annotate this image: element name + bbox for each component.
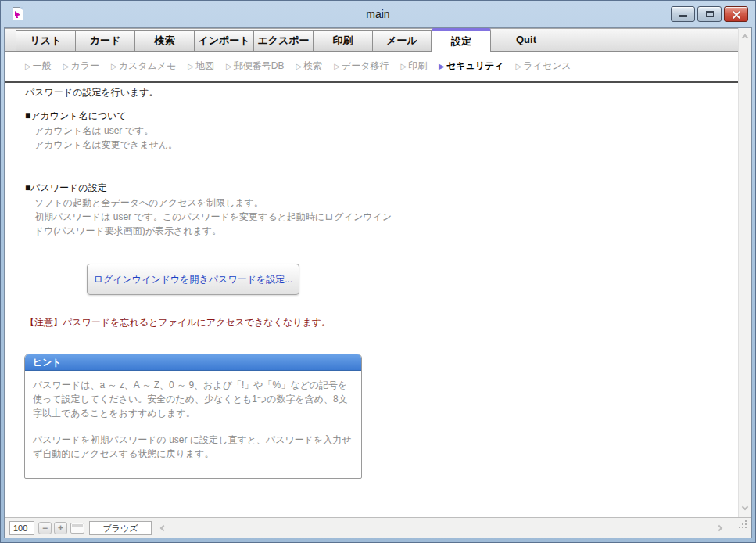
account-line: アカウント名は user です。 (34, 124, 153, 138)
subnav-zipcode-db[interactable]: ▷郵便番号DB (226, 59, 284, 73)
tab-mail[interactable]: メール (372, 30, 432, 51)
scroll-up-button[interactable] (739, 30, 752, 44)
window-title: main (1, 8, 755, 20)
triangle-right-icon: ▷ (296, 62, 302, 70)
triangle-right-icon: ▷ (400, 62, 407, 70)
subnav-color[interactable]: ▷カラー (63, 59, 99, 73)
chevron-right-icon[interactable] (716, 525, 722, 531)
subnav-general[interactable]: ▷一般 (25, 59, 52, 73)
hint-box: ヒント パスワードは、a ～ z、A ～ Z、0 ～ 9、および「!」や「%」な… (24, 354, 362, 479)
chevron-left-icon[interactable] (160, 525, 167, 531)
triangle-right-icon: ▷ (226, 62, 232, 70)
triangle-right-icon: ▷ (25, 62, 31, 70)
password-section-heading: ■パスワードの設定 (25, 182, 107, 195)
zoom-level-field[interactable]: 100 (9, 521, 34, 535)
triangle-right-filled-icon: ▶ (439, 62, 445, 70)
tab-settings[interactable]: 設定 (432, 28, 491, 52)
tab-print[interactable]: 印刷 (313, 30, 372, 51)
minimize-icon (679, 15, 687, 17)
open-login-window-button[interactable]: ログインウインドウを開きパスワードを設定... (87, 264, 299, 295)
document-frame: リスト カード 検索 インポート エクスポート 印刷 メール 設定 Quit ▷… (4, 27, 752, 538)
password-line: ドウ(パスワード要求画面)が表示されます。 (34, 224, 221, 238)
hint-paragraph: パスワードは、a ～ z、A ～ Z、0 ～ 9、および「!」や「%」などの記号… (33, 378, 353, 420)
triangle-right-icon: ▷ (63, 62, 70, 70)
minimize-button[interactable] (671, 6, 695, 22)
maximize-icon (706, 11, 714, 17)
account-section-heading: ■アカウント名について (25, 110, 127, 123)
status-toolbar: 100 − + ブラウズ (5, 517, 751, 538)
triangle-right-icon: ▷ (188, 62, 194, 70)
hint-box-title: ヒント (25, 354, 361, 371)
maximize-button[interactable] (697, 6, 722, 22)
scroll-down-button[interactable] (739, 502, 752, 516)
triangle-right-icon: ▷ (516, 62, 522, 70)
account-line: アカウント名は変更できません。 (34, 138, 177, 152)
subnav-print[interactable]: ▷印刷 (400, 59, 427, 73)
chevron-up-icon (742, 34, 748, 41)
tab-import[interactable]: インポート (194, 30, 253, 51)
password-line: ソフトの起動と全データへのアクセスを制限します。 (34, 196, 263, 210)
tab-list[interactable]: リスト (16, 30, 75, 51)
tab-card[interactable]: カード (75, 30, 134, 51)
tab-search[interactable]: 検索 (134, 30, 194, 51)
titlebar[interactable]: main (1, 1, 755, 27)
vertical-scrollbar[interactable] (738, 28, 751, 517)
subnav-search[interactable]: ▷検索 (296, 59, 322, 73)
warning-text: 【注意】パスワードを忘れるとファイルにアクセスできなくなります。 (25, 316, 331, 329)
subnav-map[interactable]: ▷地図 (188, 59, 214, 73)
hint-box-body: パスワードは、a ～ z、A ～ Z、0 ～ 9、および「!」や「%」などの記号… (25, 371, 361, 468)
zoom-in-button[interactable]: + (54, 522, 67, 534)
subnav-security[interactable]: ▶セキュリティ (439, 59, 503, 73)
zoom-out-button[interactable]: − (38, 522, 52, 534)
chevron-down-icon (742, 504, 748, 510)
tab-bar: リスト カード 検索 インポート エクスポート 印刷 メール 設定 Quit (5, 28, 738, 52)
triangle-right-icon: ▷ (334, 62, 340, 70)
status-toolbar-toggle-button[interactable] (70, 523, 84, 534)
subnav-data-migration[interactable]: ▷データ移行 (334, 59, 389, 73)
divider (5, 81, 738, 83)
tab-quit[interactable]: Quit (491, 30, 561, 51)
subnav-license[interactable]: ▷ライセンス (516, 59, 571, 73)
tab-export[interactable]: エクスポート (253, 30, 313, 51)
password-line: 初期パスワードは user です。このパスワードを変更すると起動時にログインウイ… (34, 210, 392, 224)
mode-selector[interactable]: ブラウズ (89, 521, 152, 535)
triangle-right-icon: ▷ (111, 62, 117, 70)
settings-security-page: ▷一般 ▷カラー ▷カスタムメモ ▷地図 ▷郵便番号DB ▷検索 ▷データ移行 … (5, 52, 738, 517)
subnav-custom-memo[interactable]: ▷カスタムメモ (111, 59, 176, 73)
settings-subnav: ▷一般 ▷カラー ▷カスタムメモ ▷地図 ▷郵便番号DB ▷検索 ▷データ移行 … (25, 59, 733, 73)
hint-paragraph: パスワードを初期パスワードの user に設定し直すと、パスワードを入力せず自動… (33, 433, 353, 461)
app-window: main リスト カード 検索 インポート エクスポート 印刷 メール 設定 Q… (0, 0, 756, 543)
close-button[interactable] (724, 6, 748, 22)
page-description: パスワードの設定を行います。 (25, 86, 159, 99)
resize-grip[interactable] (739, 527, 740, 528)
window-controls (671, 6, 748, 22)
